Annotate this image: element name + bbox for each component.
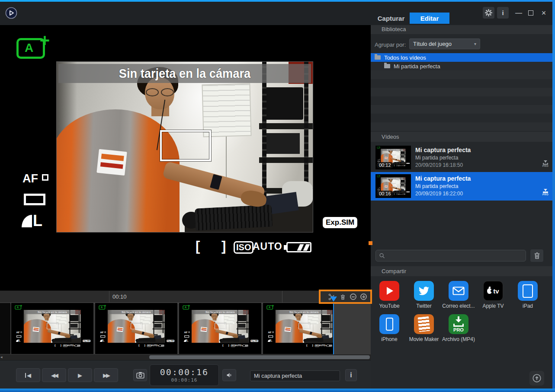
scene-keyboard — [222, 338, 240, 343]
filmstrip-clip[interactable]: A + — [263, 303, 333, 354]
close-button[interactable]: × — [540, 9, 548, 17]
scene-name-badge — [116, 327, 123, 332]
scene-shelf-box — [266, 133, 300, 153]
af-point-icon — [379, 188, 380, 188]
timeline-scrollbar[interactable]: ◂ — [0, 354, 371, 360]
folder-row-game[interactable]: Mi partida perfecta — [371, 62, 552, 70]
skip-start-button[interactable]: ◀ — [16, 368, 40, 382]
window-border-right — [552, 0, 555, 392]
warning-banner: Sin tarjeta en la cámara — [381, 149, 405, 151]
scene-dark-box — [237, 315, 246, 321]
iso-auto-label: AUTO — [319, 344, 325, 347]
exp-sim-badge: Exp.SIM — [323, 217, 357, 228]
iso-auto-label: AUTO — [67, 344, 74, 347]
share-iphone[interactable]: iPhone — [372, 314, 407, 346]
zoom-out-icon[interactable] — [350, 293, 356, 300]
share-movie-maker[interactable]: Movie Maker — [407, 314, 441, 346]
scene-auto-icon: A + — [99, 306, 105, 309]
search-input[interactable] — [388, 252, 523, 259]
zoom-in-icon[interactable] — [360, 293, 367, 300]
bracket-open: [ — [55, 344, 55, 347]
share-apple-tv[interactable]: tv Apple TV — [476, 281, 510, 313]
warning-banner: Sin tarjeta en la cámara — [58, 64, 311, 83]
empty-list-row — [371, 105, 552, 114]
bracket-open: [ — [306, 344, 307, 347]
bracket-close: ] — [61, 344, 61, 347]
movie-maker-icon — [414, 314, 434, 334]
library-section-header: Biblioteca — [371, 24, 552, 34]
scene-glasses — [212, 315, 218, 317]
clip-title-input[interactable] — [250, 370, 340, 381]
camera-viewfinder: A + — [0, 25, 371, 290]
settings-button[interactable] — [483, 7, 494, 19]
delete-section-icon[interactable] — [340, 293, 346, 300]
scroll-left-arrow-icon[interactable]: ◂ — [0, 355, 3, 359]
scene-glasses — [44, 315, 50, 317]
trash-icon — [534, 252, 540, 259]
video-row-selected[interactable]: A + — [371, 172, 552, 201]
share-youtube[interactable]: YouTube — [372, 281, 407, 313]
video-row[interactable]: A + — [371, 143, 552, 172]
fast-forward-button[interactable]: ▶▶ — [94, 368, 118, 382]
af-frame — [298, 323, 310, 329]
share-twitter[interactable]: Twitter — [407, 281, 441, 313]
iso-badge: ISO — [147, 344, 151, 347]
share-file-mp4[interactable]: PRO Archivo (MP4) — [441, 314, 476, 346]
metering-frame-icon — [378, 161, 380, 162]
info-button[interactable]: i — [497, 7, 509, 19]
play-button[interactable]: ▶ — [68, 368, 92, 382]
warning-text: Sin tarjeta en la cámara — [205, 311, 235, 313]
exp-sim-badge: Exp.SIM — [167, 340, 174, 342]
library-search[interactable] — [375, 250, 526, 261]
filmstrip-clip[interactable]: A + — [179, 303, 261, 354]
clip-info-button[interactable]: i — [345, 369, 357, 381]
scene-auto-icon: A + — [377, 147, 380, 149]
group-by-dropdown[interactable]: Título del juego ▾ — [409, 38, 480, 49]
scene-name-badge — [385, 157, 388, 159]
scene-auto-icon: A + — [266, 306, 273, 309]
af-point-icon — [379, 159, 380, 159]
volume-button[interactable] — [222, 369, 236, 381]
share-section-header: Compartir — [371, 266, 552, 276]
scrollbar-thumb[interactable] — [149, 355, 370, 359]
quality-wedge-icon — [22, 215, 32, 227]
battery-icon — [403, 194, 405, 194]
main-viewfinder-slot: A + — [0, 25, 371, 290]
filmstrip-clip[interactable]: A + — [95, 303, 177, 354]
transport-bar: ◀ ◀◀ ▶ ▶▶ 00:00:16 00:00:16 i — [0, 360, 371, 389]
empty-list-row — [371, 70, 552, 79]
share-ipad[interactable]: iPad — [510, 281, 545, 313]
video-frame: Sin tarjeta en la cámara — [24, 310, 81, 343]
empty-list-row — [371, 114, 552, 122]
timecode-total: 00:00:16 — [150, 377, 218, 383]
delete-video-button[interactable] — [530, 249, 543, 262]
folder-row-all-videos[interactable]: Todos los vídeos — [371, 53, 552, 62]
scene-shelf-box — [401, 155, 404, 157]
gear-icon — [484, 9, 493, 17]
af-frame — [47, 323, 58, 329]
bracket-close: ] — [312, 344, 313, 347]
scene-dark-box — [401, 180, 404, 183]
metering-frame-icon — [268, 335, 273, 338]
share-email[interactable]: Correo elect... — [441, 281, 476, 313]
battery-icon — [75, 344, 80, 347]
maximize-button[interactable] — [528, 10, 533, 16]
iso-badge: ISO — [231, 344, 235, 347]
tab-capture[interactable]: Capturar — [374, 13, 408, 24]
filmstrip-clip-partial[interactable] — [0, 303, 10, 354]
upload-button[interactable] — [529, 371, 544, 386]
snapshot-button[interactable] — [133, 369, 147, 381]
warning-text: Sin tarjeta en la cámara — [387, 178, 399, 179]
scene-glasses — [295, 315, 302, 317]
scene-name-badge — [284, 327, 291, 332]
minimize-button[interactable]: — — [515, 9, 523, 17]
tab-edit[interactable]: Editar — [410, 13, 449, 24]
metering-frame-icon — [378, 189, 380, 190]
rewind-button[interactable]: ◀◀ — [42, 368, 66, 382]
timeline-ruler[interactable]: 00:10 — [0, 290, 371, 303]
filmstrip-clip[interactable]: A + — [11, 303, 93, 354]
af-point-icon — [21, 331, 22, 333]
warning-text: Sin tarjeta en la cámara — [122, 311, 151, 313]
quality-wedge-icon — [184, 339, 186, 342]
playhead-marker[interactable] — [330, 296, 337, 302]
